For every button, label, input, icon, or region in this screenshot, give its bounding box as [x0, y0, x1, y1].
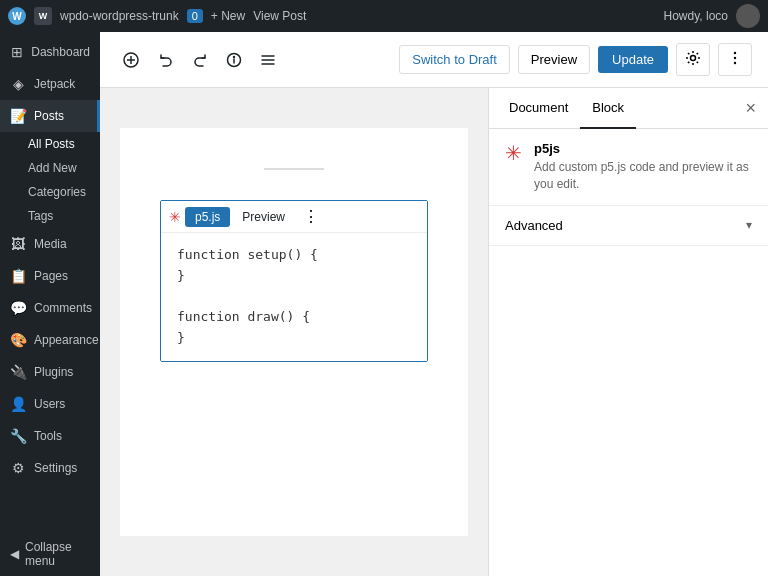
info-button[interactable]	[220, 46, 248, 74]
sidebar-item-posts[interactable]: 📝 Posts	[0, 100, 100, 132]
preview-button[interactable]: Preview	[518, 45, 590, 74]
tab-document[interactable]: Document	[497, 88, 580, 129]
switch-to-draft-button[interactable]: Switch to Draft	[399, 45, 510, 74]
settings-toggle-button[interactable]	[676, 43, 710, 76]
editor-area: Switch to Draft Preview Update	[100, 32, 768, 576]
pages-icon: 📋	[10, 268, 26, 284]
undo-icon	[158, 52, 174, 68]
inspector-tabs: Document Block ×	[489, 88, 768, 129]
tools-menu-button[interactable]	[254, 46, 282, 74]
block-info-description: Add custom p5.js code and preview it as …	[534, 159, 752, 193]
all-posts-label: All Posts	[28, 137, 75, 151]
toolbar-left	[116, 45, 391, 75]
redo-icon	[192, 52, 208, 68]
p5js-block[interactable]: ✳ p5.js Preview ⋮ function setup() { } f…	[160, 200, 428, 362]
sidebar-sub-add-new[interactable]: Add New	[0, 156, 100, 180]
sidebar-item-users[interactable]: 👤 Users	[0, 388, 100, 420]
p5js-block-icon: ✳	[169, 209, 181, 225]
tags-label: Tags	[28, 209, 53, 223]
editor-content-row: ✳ p5.js Preview ⋮ function setup() { } f…	[100, 88, 768, 576]
site-name[interactable]: wpdo-wordpress-trunk	[60, 9, 179, 23]
update-button[interactable]: Update	[598, 46, 668, 73]
sidebar-item-settings[interactable]: ⚙ Settings	[0, 452, 100, 484]
avatar	[736, 4, 760, 28]
sidebar-sub-categories[interactable]: Categories	[0, 180, 100, 204]
advanced-section-label: Advanced	[505, 218, 563, 233]
view-post-link[interactable]: View Post	[253, 9, 306, 23]
collapse-menu-label: Collapse menu	[25, 540, 90, 568]
code-editor[interactable]: function setup() { } function draw() { }	[161, 233, 427, 361]
sidebar-item-label: Media	[34, 237, 67, 251]
sidebar-item-label: Appearance	[34, 333, 99, 347]
admin-bar-left: W W wpdo-wordpress-trunk 0 + New View Po…	[8, 7, 658, 25]
svg-point-10	[734, 52, 736, 54]
inspector-panel: Document Block × ✳ p5js Add custom p5.js…	[488, 88, 768, 576]
plus-in-circle-icon	[122, 51, 140, 69]
p5js-tab-active[interactable]: p5.js	[185, 207, 230, 227]
more-options-button[interactable]	[718, 43, 752, 76]
comments-icon: 💬	[10, 300, 26, 316]
sidebar-item-plugins[interactable]: 🔌 Plugins	[0, 356, 100, 388]
advanced-section: Advanced ▾	[489, 206, 768, 246]
comment-count[interactable]: 0	[187, 9, 203, 23]
sidebar-item-comments[interactable]: 💬 Comments	[0, 292, 100, 324]
editor-toolbar: Switch to Draft Preview Update	[100, 32, 768, 88]
block-inserter-button[interactable]	[116, 45, 146, 75]
sidebar-item-media[interactable]: 🖼 Media	[0, 228, 100, 260]
sidebar-item-appearance[interactable]: 🎨 Appearance	[0, 324, 100, 356]
site-icon: W	[34, 7, 52, 25]
sidebar-item-label: Plugins	[34, 365, 73, 379]
howdy-text: Howdy, loco	[664, 9, 728, 23]
sidebar-sub-all-posts[interactable]: All Posts	[0, 132, 100, 156]
sidebar-item-label: Pages	[34, 269, 68, 283]
sidebar-item-dashboard[interactable]: ⊞ Dashboard	[0, 36, 100, 68]
sidebar-item-label: Users	[34, 397, 65, 411]
undo-button[interactable]	[152, 46, 180, 74]
code-content: function setup() { } function draw() { }	[177, 245, 411, 349]
main-layout: ⊞ Dashboard ◈ Jetpack 📝 Posts All Posts …	[0, 32, 768, 576]
admin-bar: W W wpdo-wordpress-trunk 0 + New View Po…	[0, 0, 768, 32]
new-link[interactable]: + New	[211, 9, 245, 23]
sidebar-item-tools[interactable]: 🔧 Tools	[0, 420, 100, 452]
sidebar-item-label: Jetpack	[34, 77, 75, 91]
sidebar-item-label: Tools	[34, 429, 62, 443]
sidebar-item-pages[interactable]: 📋 Pages	[0, 260, 100, 292]
svg-point-5	[234, 56, 235, 57]
preview-tab[interactable]: Preview	[234, 207, 293, 227]
sidebar-sub-tags[interactable]: Tags	[0, 204, 100, 228]
inspector-close-button[interactable]: ×	[741, 94, 760, 123]
block-info-section: ✳ p5js Add custom p5.js code and preview…	[489, 129, 768, 206]
collapse-arrow-icon: ◀	[10, 547, 19, 561]
editor-canvas[interactable]: ✳ p5.js Preview ⋮ function setup() { } f…	[100, 88, 488, 576]
advanced-chevron-icon: ▾	[746, 218, 752, 232]
media-icon: 🖼	[10, 236, 26, 252]
svg-point-9	[691, 56, 696, 61]
settings-icon: ⚙	[10, 460, 26, 476]
block-info-text: p5js Add custom p5.js code and preview i…	[534, 141, 752, 193]
toolbar-right: Switch to Draft Preview Update	[399, 43, 752, 76]
block-more-options-button[interactable]: ⋮	[297, 205, 325, 228]
block-info-icon: ✳	[505, 141, 522, 165]
block-info-name: p5js	[534, 141, 752, 156]
collapse-menu-button[interactable]: ◀ Collapse menu	[0, 532, 100, 576]
sidebar-item-label: Dashboard	[31, 45, 90, 59]
tools-icon: 🔧	[10, 428, 26, 444]
redo-button[interactable]	[186, 46, 214, 74]
add-new-label: Add New	[28, 161, 77, 175]
dashboard-icon: ⊞	[10, 44, 23, 60]
advanced-section-header[interactable]: Advanced ▾	[489, 206, 768, 245]
settings-gear-icon	[685, 50, 701, 66]
sidebar-item-label: Posts	[34, 109, 64, 123]
sidebar: ⊞ Dashboard ◈ Jetpack 📝 Posts All Posts …	[0, 32, 100, 576]
tab-block[interactable]: Block	[580, 88, 636, 129]
posts-icon: 📝	[10, 108, 26, 124]
svg-point-12	[734, 62, 736, 64]
hamburger-icon	[260, 52, 276, 68]
jetpack-icon: ◈	[10, 76, 26, 92]
categories-label: Categories	[28, 185, 86, 199]
sidebar-item-label: Settings	[34, 461, 77, 475]
sidebar-item-jetpack[interactable]: ◈ Jetpack	[0, 68, 100, 100]
users-icon: 👤	[10, 396, 26, 412]
canvas-content: ✳ p5.js Preview ⋮ function setup() { } f…	[120, 128, 468, 536]
vertical-dots-icon	[727, 50, 743, 66]
